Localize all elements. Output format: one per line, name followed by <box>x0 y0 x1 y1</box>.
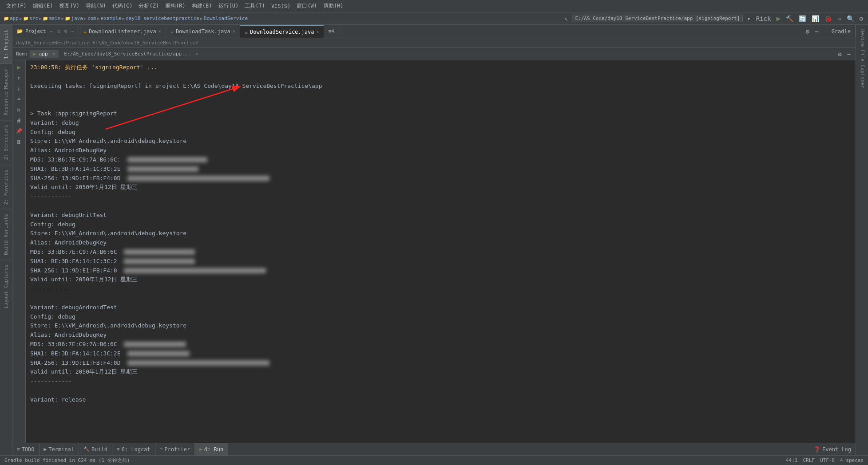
tab-todo[interactable]: ≡ TODO <box>12 443 40 455</box>
folder-icon: 📁 <box>4 16 9 21</box>
indent-setting[interactable]: 4 spaces <box>840 457 864 463</box>
tab-settings-icon[interactable]: ⚙ <box>805 28 811 35</box>
path-display: E:/AS_Code/day18_ServiceBestPractice/app… <box>572 15 743 22</box>
debug-icon[interactable]: 🐞 <box>823 15 833 22</box>
breadcrumb-com[interactable]: com <box>87 16 96 21</box>
blurred-sha256-1 <box>127 176 270 181</box>
blurred-md5-2 <box>124 249 195 255</box>
run-tab-app[interactable]: ▶ app × <box>30 50 59 58</box>
console-line-empty-5 <box>30 294 851 303</box>
console-line-empty-2 <box>30 91 851 100</box>
run-tab-path[interactable]: E:/AS_Code/day18_ServiceBestPractice/app… <box>60 50 201 58</box>
console-output[interactable]: 23:00:58: 执行任务 'signingReport' ... Execu… <box>26 60 856 443</box>
more-icon[interactable]: ⋯ <box>836 15 842 22</box>
tab-close-3[interactable]: × <box>316 29 319 34</box>
breadcrumb-app[interactable]: app <box>10 16 19 21</box>
tab-download-task[interactable]: ☕ DownloadTask.java × <box>166 25 240 38</box>
profile-icon[interactable]: 📊 <box>810 15 820 22</box>
dropdown-icon[interactable]: ▾ <box>745 15 752 22</box>
breadcrumb-main[interactable]: main <box>49 16 61 21</box>
clear-button[interactable]: 🗑 <box>14 137 24 146</box>
device-file-explorer-tab[interactable]: Device File Explorer <box>856 25 868 92</box>
expand-button[interactable]: ⊞ <box>14 105 24 114</box>
build-label: Build <box>91 446 107 453</box>
console-line-variant-debugandroid: Variant: debugAndroidTest <box>30 303 851 312</box>
pin-button[interactable]: 📌 <box>14 126 24 136</box>
tab-build[interactable]: 🔨 Build <box>79 443 112 455</box>
sync-icon[interactable]: 🔄 <box>797 15 808 22</box>
console-line-sha1-3: SHA1: BE:3D:FA:14:1C:3C:2E <box>30 349 851 359</box>
sidebar-tab-favorites[interactable]: 2: Favorites <box>0 165 12 209</box>
encoding[interactable]: UTF-8 <box>820 457 835 463</box>
sidebar-tab-project[interactable]: 1: Project <box>0 25 12 63</box>
java-icon-2: ☕ <box>170 28 174 35</box>
tab-project-panel[interactable]: 📂 Project ▾ ⇅ ⚙ − <box>12 25 79 38</box>
breadcrumb-java[interactable]: java <box>71 16 83 21</box>
tab-label-3: DownloadService.java <box>250 29 314 35</box>
tab-download-service[interactable]: ☕ DownloadService.java × <box>240 25 324 38</box>
menu-window[interactable]: 窗口(W) <box>294 1 320 11</box>
menu-vcs[interactable]: VCS(S) <box>269 2 293 10</box>
sidebar-tab-layout-captures[interactable]: Layout Captures <box>0 260 12 313</box>
menu-view[interactable]: 视图(V) <box>56 1 82 11</box>
sidebar-tab-structure[interactable]: Z: Structure <box>0 120 12 164</box>
run-path-close[interactable]: × <box>195 51 198 56</box>
breadcrumb-class[interactable]: DownloadService <box>204 16 248 21</box>
menu-code[interactable]: 代码(C) <box>110 1 135 11</box>
menu-analyze[interactable]: 分析(Z) <box>136 1 162 11</box>
console-line-sha256-2: SHA-256: 13:9D:E1:FB:F4:0 <box>30 266 851 276</box>
tab-profiler[interactable]: ⌒ Profiler <box>155 443 195 455</box>
gradle-label: Gradle <box>832 28 851 35</box>
tab-more[interactable]: ≡4 <box>324 25 339 38</box>
tab-minimize-icon[interactable]: − <box>813 28 820 35</box>
search-icon[interactable]: 🔍 <box>845 15 856 22</box>
event-log-button[interactable]: ❓ Event Log <box>809 446 856 453</box>
menu-file[interactable]: 文件(F) <box>4 1 29 11</box>
cursor-position[interactable]: 44:1 <box>786 457 798 463</box>
tab-close-1[interactable]: × <box>159 29 161 34</box>
tab-terminal[interactable]: ▶ Terminal <box>40 443 79 455</box>
java-icon-3: ☕ <box>245 29 248 35</box>
arrow-up-button[interactable]: ↑ <box>14 73 24 83</box>
left-sidebar: 1: Project Resource Manager Z: Structure… <box>0 25 12 455</box>
breadcrumb-package[interactable]: day18_servicebestpractice <box>126 16 199 21</box>
run-settings-icon[interactable]: ⚙ <box>836 51 843 58</box>
line-ending[interactable]: CRLF <box>803 457 815 463</box>
arrow-down-button[interactable]: ↓ <box>14 83 24 93</box>
print-button[interactable]: 🖨 <box>14 115 24 125</box>
sidebar-tab-build-variants[interactable]: Build Variants <box>0 209 12 260</box>
menu-help[interactable]: 帮助(H) <box>321 1 346 11</box>
bottom-tabs-bar: ≡ TODO ▶ Terminal 🔨 Build ≡ 6: Logcat ⌒ … <box>12 443 856 455</box>
menu-edit[interactable]: 编辑(E) <box>30 1 56 11</box>
console-line-variant-debug: Variant: debug <box>30 118 851 128</box>
menu-refactor[interactable]: 重构(R) <box>163 1 188 11</box>
menu-build[interactable]: 构建(B) <box>189 1 215 11</box>
profiler-label: Profiler <box>164 446 190 453</box>
console-line-config-2: Config: debug <box>30 220 851 229</box>
gradle-tab[interactable]: Gradle <box>827 25 856 38</box>
java-icon-1: ☕ <box>83 28 87 35</box>
menu-run[interactable]: 运行(U) <box>216 1 242 11</box>
tab-close-2[interactable]: × <box>233 29 235 34</box>
breadcrumb-src[interactable]: src <box>29 16 38 21</box>
run-path-label: E:/AS_Code/day18_ServiceBestPractice/app… <box>64 51 190 57</box>
settings-icon[interactable]: ⚙ <box>858 15 864 22</box>
toolbar-right: ↖ E:/AS_Code/day18_ServiceBestPractice/a… <box>563 14 864 23</box>
play-button[interactable]: ▶ <box>14 62 24 72</box>
breadcrumb-example[interactable]: example <box>101 16 121 21</box>
tab-download-listener[interactable]: ☕ DownloadListener.java × <box>79 25 166 38</box>
run-icon[interactable]: ▶ <box>775 14 782 23</box>
build-icon[interactable]: 🔨 <box>785 15 795 22</box>
tab-logcat[interactable]: ≡ 6: Logcat <box>112 443 155 455</box>
tab-run[interactable]: ▶ 4: Run <box>195 443 228 455</box>
console-line-store-2: Store: E:\\VM_Android\.android\debug.key… <box>30 229 851 238</box>
run-minimize-icon[interactable]: − <box>846 51 852 58</box>
run-tab-close[interactable]: × <box>52 51 55 56</box>
sidebar-tab-resource-manager[interactable]: Resource Manager <box>0 63 12 120</box>
run-toolbar: ▶ ↑ ↓ ⇌ ⊞ 🖨 📌 🗑 <box>12 60 26 443</box>
status-right: 44:1 CRLF UTF-8 4 spaces <box>786 457 864 463</box>
run-header-right: ⚙ − <box>836 51 852 58</box>
menu-tools[interactable]: 工具(T) <box>242 1 268 11</box>
menu-navigate[interactable]: 导航(N) <box>83 1 109 11</box>
wrap-button[interactable]: ⇌ <box>14 94 24 104</box>
